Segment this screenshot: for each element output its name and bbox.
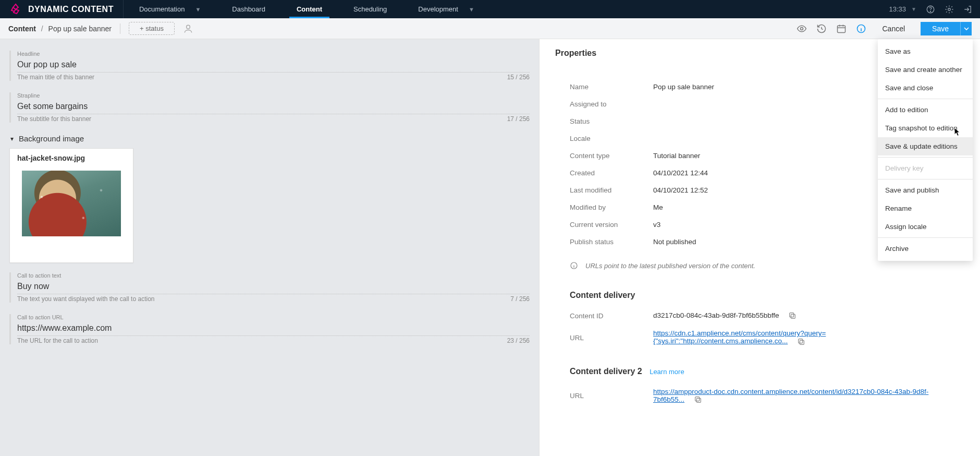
nav-scheduling[interactable]: Scheduling <box>338 0 402 18</box>
prop-value: https://cdn.c1.amplience.net/cms/content… <box>653 329 959 345</box>
field-label: Call to action URL <box>17 314 530 320</box>
caret-down-icon <box>964 26 969 31</box>
time-display[interactable]: 13:33 ▼ <box>889 5 916 13</box>
cta-url-input[interactable] <box>17 320 530 336</box>
prop-key: Locale <box>570 135 653 142</box>
field-label: Call to action text <box>17 272 530 279</box>
menu-item[interactable]: Tag snapshot to edition <box>878 119 973 137</box>
product-name: DYNAMIC CONTENT <box>28 5 114 14</box>
section-label: Background image <box>19 134 84 143</box>
delivery-grid: Content ID d3217cb0-084c-43ab-9d8f-7bf6b… <box>570 311 959 346</box>
url-hint: URLs point to the latest published versi… <box>570 261 959 270</box>
field-help: The text you want displayed with the cal… <box>17 295 154 303</box>
top-bar-right: 13:33 ▼ <box>889 0 980 18</box>
content-delivery-title: Content delivery <box>570 291 959 300</box>
svg-rect-8 <box>791 315 795 319</box>
menu-item[interactable]: Assign locale <box>878 218 973 236</box>
learn-more-link[interactable]: Learn more <box>650 368 684 376</box>
gear-icon[interactable] <box>945 5 954 14</box>
section-title-text: Content delivery 2 <box>570 367 642 376</box>
image-thumbnail <box>22 171 121 236</box>
svg-point-1 <box>930 11 930 11</box>
chevron-down-icon: ▼ <box>911 6 916 12</box>
copy-icon[interactable] <box>694 395 702 404</box>
add-status-button[interactable]: + status <box>129 22 175 35</box>
nav-development[interactable]: Development ▼ <box>402 0 490 18</box>
nav-content[interactable]: Content <box>281 0 338 18</box>
save-button-group: Save <box>921 22 972 35</box>
field-count: 23 / 256 <box>507 337 530 344</box>
menu-item[interactable]: Save and publish <box>878 181 973 199</box>
prop-key: Publish status <box>570 238 653 246</box>
time-value: 13:33 <box>889 5 906 13</box>
svg-rect-13 <box>695 397 699 401</box>
field-count: 15 / 256 <box>507 74 530 81</box>
prop-key: Created <box>570 169 653 177</box>
prop-value: https://ampproduct-doc.cdn.content.ampli… <box>653 388 959 404</box>
assign-user-icon[interactable] <box>183 23 193 34</box>
field-label: Headline <box>17 51 530 57</box>
nav-item-label: Documentation <box>139 5 185 13</box>
save-menu: Save asSave and create anotherSave and c… <box>878 39 973 261</box>
field-help: The main title of this banner <box>17 74 94 81</box>
triangle-down-icon: ▾ <box>10 135 14 142</box>
content-id-value: d3217cb0-084c-43ab-9d8f-7bf6b55bbffe <box>653 311 779 319</box>
field-count: 7 / 256 <box>510 295 530 303</box>
menu-item[interactable]: Save and create another <box>878 61 973 79</box>
main-content: Headline The main title of this banner 1… <box>0 39 980 456</box>
chevron-down-icon: ▼ <box>195 6 201 13</box>
svg-rect-11 <box>799 339 803 343</box>
menu-item: Delivery key <box>878 159 973 177</box>
help-icon[interactable] <box>926 5 935 14</box>
copy-icon[interactable] <box>797 338 805 346</box>
calendar-icon[interactable] <box>836 23 847 34</box>
breadcrumb-leaf: Pop up sale banner <box>48 25 112 33</box>
prop-key: Name <box>570 83 653 91</box>
prop-key: Current version <box>570 221 653 229</box>
delivery2-grid: URL https://ampproduct-doc.cdn.content.a… <box>570 388 959 404</box>
field-cta-text: Call to action text The text you want di… <box>9 272 530 303</box>
menu-item[interactable]: Save and close <box>878 79 973 97</box>
nav-documentation[interactable]: Documentation ▼ <box>124 0 216 18</box>
svg-point-2 <box>948 8 951 10</box>
preview-icon[interactable] <box>797 23 807 34</box>
info-icon <box>570 261 578 270</box>
hint-text: URLs point to the latest published versi… <box>585 262 755 270</box>
copy-icon[interactable] <box>788 311 797 320</box>
menu-item[interactable]: Rename <box>878 199 973 218</box>
prop-key: Assigned to <box>570 100 653 108</box>
field-strapline: Strapline The subtitle for this banner 1… <box>9 92 530 123</box>
headline-input[interactable] <box>17 57 530 73</box>
menu-item[interactable]: Archive <box>878 239 973 258</box>
svg-point-4 <box>801 27 803 30</box>
cta-text-input[interactable] <box>17 279 530 294</box>
menu-item[interactable]: Save & update editions <box>878 137 973 155</box>
divider <box>120 23 120 34</box>
nav-item-label: Scheduling <box>353 5 387 13</box>
field-headline: Headline The main title of this banner 1… <box>9 51 530 81</box>
menu-item[interactable]: Save as <box>878 42 973 61</box>
field-cta-url: Call to action URL The URL for the call … <box>9 314 530 344</box>
nav-dashboard[interactable]: Dashboard <box>216 0 281 18</box>
save-dropdown-toggle[interactable] <box>960 22 972 35</box>
image-filename: hat-jacket-snow.jpg <box>14 154 129 162</box>
exit-icon[interactable] <box>963 5 973 14</box>
image-card[interactable]: hat-jacket-snow.jpg <box>9 148 133 263</box>
menu-item[interactable]: Add to edition <box>878 101 973 119</box>
logo-cell: DYNAMIC CONTENT <box>0 0 124 18</box>
field-label: Strapline <box>17 92 530 99</box>
breadcrumb: Content / Pop up sale banner <box>8 25 112 33</box>
cancel-button[interactable]: Cancel <box>876 25 911 33</box>
info-icon[interactable] <box>856 23 866 34</box>
prop-key: URL <box>570 334 653 342</box>
background-image-toggle[interactable]: ▾ Background image <box>10 134 530 143</box>
primary-nav: Documentation ▼ Dashboard Content Schedu… <box>124 0 490 18</box>
breadcrumb-root[interactable]: Content <box>8 25 36 33</box>
prop-key: Content ID <box>570 312 653 320</box>
chevron-down-icon: ▼ <box>469 6 474 13</box>
save-button[interactable]: Save <box>921 22 960 35</box>
prop-key: Status <box>570 117 653 125</box>
strapline-input[interactable] <box>17 99 530 114</box>
history-icon[interactable] <box>816 23 827 34</box>
svg-point-3 <box>187 25 190 29</box>
